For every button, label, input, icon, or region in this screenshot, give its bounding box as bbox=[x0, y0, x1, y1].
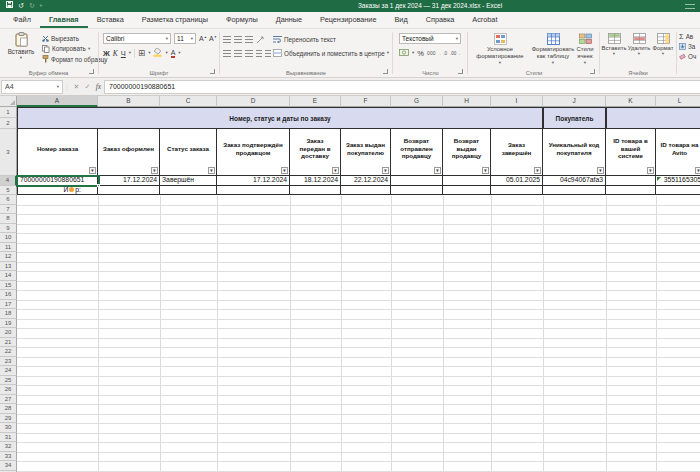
window-controls[interactable] bbox=[685, 4, 695, 9]
cell-J5[interactable] bbox=[543, 186, 606, 196]
dialog-launcher-icon[interactable] bbox=[590, 69, 595, 74]
header-cell-G3[interactable]: Возврат отправлен продавцу▾ bbox=[391, 129, 443, 176]
font-color-icon[interactable]: А bbox=[171, 49, 176, 58]
row-header-9[interactable]: 9 bbox=[0, 224, 17, 234]
align-left-icon[interactable] bbox=[223, 50, 231, 57]
ribbon-tab-1[interactable]: Главная bbox=[40, 15, 88, 28]
row-header-15[interactable]: 15 bbox=[0, 281, 17, 291]
cell-D4[interactable]: 17.12.2024 bbox=[217, 176, 290, 186]
row-header-3[interactable]: 3 bbox=[0, 129, 17, 176]
filter-button[interactable]: ▾ bbox=[597, 167, 604, 174]
column-header-K[interactable]: K bbox=[606, 96, 656, 107]
paste-button[interactable]: Вставить ▾ bbox=[4, 32, 38, 73]
dialog-launcher-icon[interactable] bbox=[210, 69, 215, 74]
row-header-11[interactable]: 11 bbox=[0, 243, 17, 253]
clear-button[interactable]: Оч bbox=[679, 51, 700, 61]
align-right-icon[interactable] bbox=[245, 50, 253, 57]
ribbon-tab-0[interactable]: Файл bbox=[4, 15, 40, 28]
dialog-launcher-icon[interactable] bbox=[458, 69, 463, 74]
insert-cells-button[interactable]: Вставить ▾ bbox=[601, 33, 627, 56]
filter-button[interactable]: ▾ bbox=[281, 167, 288, 174]
header-cell-E3[interactable]: Заказ передан в доставку▾ bbox=[290, 129, 341, 176]
row-header-22[interactable]: 22 bbox=[0, 347, 17, 357]
cell-L4[interactable]: 3551165305 bbox=[656, 176, 700, 186]
row-header-32[interactable]: 32 bbox=[0, 442, 17, 452]
row-header-29[interactable]: 29 bbox=[0, 414, 17, 424]
currency-format-icon[interactable] bbox=[399, 49, 409, 57]
cell-C4[interactable]: Завершён bbox=[160, 176, 217, 186]
cell-B4[interactable]: 17.12.2024 bbox=[98, 176, 160, 186]
cell-K5[interactable] bbox=[606, 186, 656, 196]
filter-button[interactable]: ▾ bbox=[151, 167, 158, 174]
enter-icon[interactable]: ✓ bbox=[82, 83, 93, 91]
sheet-grid[interactable]: ABCDEFGHIJKL1234567891011121314151617181… bbox=[0, 96, 700, 472]
cell-I5[interactable] bbox=[491, 186, 543, 196]
cell-F4[interactable]: 22.12.2024 bbox=[341, 176, 391, 186]
header-cell-H3[interactable]: Возврат выдан продавцу▾ bbox=[443, 129, 491, 176]
ribbon-tab-7[interactable]: Вид bbox=[385, 15, 416, 28]
cell-E5[interactable] bbox=[290, 186, 341, 196]
cell-F5[interactable] bbox=[341, 186, 391, 196]
row-header-17[interactable]: 17 bbox=[0, 300, 17, 310]
cell-B5[interactable] bbox=[98, 186, 160, 196]
column-header-I[interactable]: I bbox=[491, 96, 543, 107]
cell-A4[interactable]: 70000000190880651 bbox=[17, 176, 98, 186]
row-header-6[interactable]: 6 bbox=[0, 195, 17, 205]
cell-K4[interactable] bbox=[606, 176, 656, 186]
row-header-18[interactable]: 18 bbox=[0, 309, 17, 319]
filter-button[interactable]: ▾ bbox=[695, 167, 700, 174]
row-header-12[interactable]: 12 bbox=[0, 252, 17, 262]
cell-J4[interactable]: 04c94067afa3 bbox=[543, 176, 606, 186]
row-header-10[interactable]: 10 bbox=[0, 233, 17, 243]
column-header-E[interactable]: E bbox=[290, 96, 341, 107]
header-cell-K3[interactable]: ID товара в вашей системе▾ bbox=[606, 129, 656, 176]
header-cell-A3[interactable]: Номер заказа▾ bbox=[17, 129, 98, 176]
column-header-B[interactable]: B bbox=[98, 96, 160, 107]
row-header-14[interactable]: 14 bbox=[0, 271, 17, 281]
number-format-select[interactable]: Текстовый ▾ bbox=[399, 33, 461, 44]
decrease-decimal-icon[interactable]: .00→ bbox=[450, 51, 461, 56]
row-header-8[interactable]: 8 bbox=[0, 214, 17, 224]
row-header-20[interactable]: 20 bbox=[0, 328, 17, 338]
dialog-launcher-icon[interactable] bbox=[383, 69, 388, 74]
ribbon-tab-6[interactable]: Рецензирование bbox=[311, 15, 385, 28]
section-header-0[interactable]: Номер, статус и даты по заказу bbox=[17, 107, 543, 129]
filter-button[interactable]: ▾ bbox=[534, 167, 541, 174]
row-header-31[interactable]: 31 bbox=[0, 433, 17, 443]
align-bottom-icon[interactable] bbox=[245, 36, 253, 43]
underline-button[interactable]: Ч bbox=[121, 49, 126, 58]
filter-button[interactable]: ▾ bbox=[89, 167, 96, 174]
row-header-7[interactable]: 7 bbox=[0, 205, 17, 215]
merge-center-button[interactable]: Объединить и поместить в центре ▾ bbox=[273, 49, 389, 57]
cell-D5[interactable] bbox=[217, 186, 290, 196]
ribbon-tab-2[interactable]: Вставка bbox=[88, 15, 133, 28]
decrease-font-size-icon[interactable]: А▼ bbox=[209, 35, 217, 42]
ribbon-tab-5[interactable]: Данные bbox=[267, 15, 311, 28]
dialog-launcher-icon[interactable] bbox=[89, 69, 94, 74]
bold-button[interactable]: Ж bbox=[103, 49, 110, 58]
header-cell-J3[interactable]: Уникальный код покупателя▾ bbox=[543, 129, 606, 176]
ribbon-tab-8[interactable]: Справка bbox=[417, 15, 464, 28]
cell-I4[interactable]: 05.01.2025 bbox=[491, 176, 543, 186]
orientation-icon[interactable] bbox=[256, 36, 264, 45]
delete-cells-button[interactable]: Удалить ▾ bbox=[627, 33, 651, 56]
formula-bar-handle[interactable]: ⋮ bbox=[63, 84, 71, 90]
header-cell-D3[interactable]: Заказ подтверждён продавцом▾ bbox=[217, 129, 290, 176]
filter-button[interactable]: ▾ bbox=[482, 167, 489, 174]
filter-button[interactable]: ▾ bbox=[332, 167, 339, 174]
undo-icon[interactable]: ↺ bbox=[18, 0, 24, 12]
italic-button[interactable]: К bbox=[113, 49, 118, 58]
column-header-A[interactable]: A bbox=[17, 96, 98, 107]
row-header-13[interactable]: 13 bbox=[0, 262, 17, 272]
cell-G5[interactable] bbox=[391, 186, 443, 196]
comma-style-icon[interactable]: 000 bbox=[427, 51, 436, 56]
formula-input[interactable]: 70000000190880651 bbox=[104, 80, 700, 94]
align-middle-icon[interactable] bbox=[234, 36, 242, 43]
font-size-select[interactable]: 11 ▾ bbox=[174, 33, 196, 44]
ribbon-tab-3[interactable]: Разметка страницы bbox=[133, 15, 217, 28]
cell-A5[interactable]: Ир: bbox=[17, 186, 98, 196]
fill-color-icon[interactable] bbox=[153, 48, 162, 58]
name-box[interactable]: A4 ▾ bbox=[1, 80, 63, 94]
row-header-33[interactable]: 33 bbox=[0, 452, 17, 462]
header-cell-I3[interactable]: Заказ завершён▾ bbox=[491, 129, 543, 176]
